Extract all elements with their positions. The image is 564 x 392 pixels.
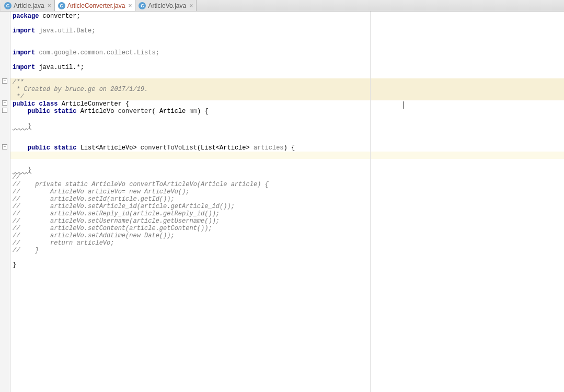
code-line: // articleVo.setContent(article.getConte… xyxy=(10,225,564,232)
code-line: } xyxy=(10,166,564,174)
code-line xyxy=(10,254,564,261)
class-icon: C xyxy=(139,2,146,9)
fold-handle[interactable]: − xyxy=(2,144,7,149)
tab-label: ArticleConverter.java xyxy=(67,2,125,9)
tab-article-vo[interactable]: C ArticleVo.java × xyxy=(135,0,197,11)
code-line: package converter; xyxy=(10,13,564,20)
tab-label: Article.java xyxy=(14,2,44,9)
text-cursor xyxy=(404,101,404,109)
code-line: // xyxy=(10,174,564,181)
code-line xyxy=(10,159,564,166)
code-line: // articleVo.setArticle_id(article.getAr… xyxy=(10,203,564,210)
tab-label: ArticleVo.java xyxy=(148,2,186,9)
code-line: // articleVo.setId(article.getId()); xyxy=(10,195,564,203)
code-line: // private static ArticleVo convertToArt… xyxy=(10,181,564,188)
code-line: // return articleVo; xyxy=(10,239,564,247)
code-line: * Created by bruce.ge on 2017/1/19. xyxy=(10,86,564,93)
code-editor[interactable]: package converter; import java.util.Date… xyxy=(10,11,564,392)
code-line xyxy=(10,115,564,122)
code-line: // articleVo.setReply_id(article.getRepl… xyxy=(10,210,564,217)
close-icon[interactable]: × xyxy=(128,3,132,9)
code-line: // articleVo.setAddtime(new Date()); xyxy=(10,232,564,239)
fold-handle[interactable]: − xyxy=(2,108,7,113)
tab-article[interactable]: C Article.java × xyxy=(1,0,55,11)
code-line xyxy=(10,34,564,42)
close-icon[interactable]: × xyxy=(48,3,51,9)
code-line xyxy=(10,56,564,64)
code-line: import java.util.*; xyxy=(10,64,564,71)
class-icon: C xyxy=(58,2,65,9)
tab-article-converter[interactable]: C ArticleConverter.java × xyxy=(55,0,136,11)
code-line: } xyxy=(10,122,564,130)
code-line: // ArticleVo articleVo= new ArticleVo(); xyxy=(10,188,564,195)
class-icon: C xyxy=(4,2,11,9)
fold-handle[interactable]: − xyxy=(2,100,7,106)
code-line xyxy=(10,42,564,49)
code-line: /** xyxy=(10,78,564,86)
code-line: import com.google.common.collect.Lists; xyxy=(10,49,564,56)
editor-tab-bar: C Article.java × C ArticleConverter.java… xyxy=(0,0,564,11)
close-icon[interactable]: × xyxy=(189,3,193,9)
code-line: } xyxy=(10,261,564,269)
right-margin-guide xyxy=(370,11,371,392)
code-line xyxy=(10,20,564,27)
code-line: import java.util.Date; xyxy=(10,27,564,34)
code-line xyxy=(10,71,564,78)
fold-handle[interactable]: − xyxy=(2,78,7,84)
code-line: */ xyxy=(10,93,564,100)
code-line xyxy=(10,137,564,144)
code-line: public static ArticleVo converter( Artic… xyxy=(10,108,564,115)
caret-line xyxy=(10,152,564,159)
code-line: public static List<ArticleVo> convertToV… xyxy=(10,144,564,152)
code-line: // articleVo.setUsername(article.getUser… xyxy=(10,217,564,225)
code-line xyxy=(10,130,564,137)
code-line: public class ArticleConverter { xyxy=(10,100,564,108)
editor-area: − − − − package converter; import java.u… xyxy=(0,11,564,392)
gutter[interactable]: − − − − xyxy=(0,11,10,392)
code-line: // } xyxy=(10,247,564,254)
